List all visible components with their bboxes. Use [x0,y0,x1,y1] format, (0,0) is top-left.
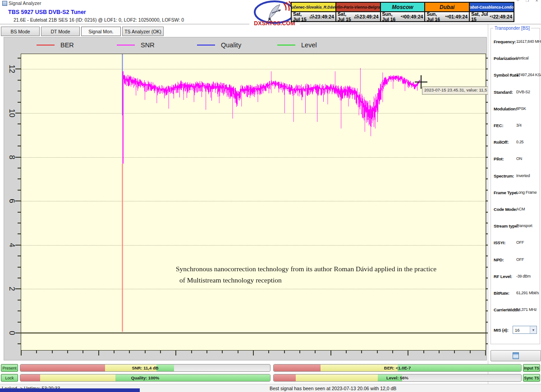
window-title: Signal Analyzer [9,0,41,6]
present-indicator[interactable]: Present [1,364,18,372]
axis-tick [18,278,21,278]
y-axis-label-4: 4 [6,239,18,251]
axis-tick [361,351,362,353]
field-value: 27497,264 KS/s [516,73,541,77]
y-axis-label-2: 2 [6,283,18,295]
axis-tick [67,351,68,353]
tab-bs-mode[interactable]: BS Mode [1,27,40,36]
field-label: RF Level: [494,274,512,279]
axis-tick [18,135,21,136]
snr-trace-canvas [21,54,486,350]
legend-item-ber: BER [37,41,117,49]
clock-utc-offset: +3 [400,15,404,18]
axis-tick [129,351,130,353]
axis-tick [114,351,115,353]
axis-tick [18,300,21,301]
axis-tick [268,351,269,353]
stream-list-icon [513,352,519,359]
clock-time: Sun, Jul 16+300:49:24 [381,12,425,21]
field-value: Vertical [516,56,528,60]
axis-tick [160,351,161,353]
chart-plot-area[interactable]: Synchronous nanocorrection technology fr… [21,54,486,351]
clock-city-label: Rabat-Casablanca-London [470,3,513,12]
field-value: 0.25 [516,140,523,144]
window-controls[interactable]: ─ ❐ ✕ [517,0,541,3]
mis-dropdown[interactable]: 16 ▼ [513,326,537,334]
clock-city-label: Dubai [425,3,469,12]
legend-label: SNR [141,41,155,49]
field-value: 34,371 MHz [516,307,537,312]
clock-utc-offset: +4 [445,15,449,18]
transponder-groupbox: Transponder [BS] Frequency:11617,840 MHz… [491,28,540,344]
legend-swatch [37,45,55,46]
y-axis-label-6: 6 [6,195,18,207]
field-value: ACM [516,207,525,211]
field-value: 11617,840 MHz [516,39,541,44]
clock-time: Sat, Jul 15+1DST23:49:24 [292,12,335,21]
tuner-subtitle: 21.6E - Eutelsat 21B SES 16 (ID: 0216) @… [14,17,184,23]
axis-tick [18,102,21,103]
clock-rabat-casablanca-london: Rabat-Casablanca-LondonSat, Jul 15+122:4… [470,3,513,21]
field-label: ISSYI: [494,240,505,245]
axis-tick [18,322,21,323]
clock-city-label: Lučenec-Slovakia_R.Dávid [292,3,335,12]
field-label: Stream type: [494,223,518,228]
field-label: Spectrum: [494,173,514,178]
legend-label: Quality [221,41,241,49]
axis-tick [238,351,238,353]
field-value: ON [516,156,522,161]
field-label: Code Mode: [494,207,517,212]
chart-panel: BERSNRQualityLevel 024681012 Synchronous… [4,37,487,360]
field-label: Modulation: [494,106,517,111]
field-value: OFF [516,240,524,245]
lock-indicator[interactable]: Lock [1,374,18,382]
axis-tick [98,351,99,356]
app-icon [2,1,7,6]
stream-list-button[interactable] [491,350,541,361]
chevron-down-icon: ▼ [530,326,536,333]
world-clocks: Lučenec-Slovakia_R.DávidSat, Jul 15+1DST… [291,2,514,22]
axis-tick [485,351,486,356]
clock-berlin-paris-vienna-belgrade: Berlin-Paris-Vienna-BelgradeSat, Jul 15+… [336,3,381,21]
tab-dt-mode[interactable]: DT Mode [41,27,80,36]
field-label: Polarization: [494,56,518,61]
clock-date: Sun, Jul 16 [426,11,445,22]
sidebar-divider [488,24,488,392]
axis-tick [52,351,53,353]
field-value: 61,291 Mbit/s [516,291,539,295]
best-signal-status: Best signal has been seen at 2023-07-13 … [270,386,396,391]
field-value: 3/4 [516,123,522,128]
clock-moscow: MoscowSun, Jul 16+300:49:24 [381,3,426,21]
level-progress-bar: Level: 56% [273,374,522,382]
taskbar-fragment[interactable] [0,388,140,392]
axis-tick [21,351,22,356]
snr-progress-bar: SNR: 11,4 dB [20,364,270,372]
y-axis-label-0: 0 [6,327,18,339]
axis-tick [423,351,424,353]
tuner-title: TBS 5927 USB DVB-S2 Tuner [8,9,86,15]
mis-selected-value: 16 [513,328,530,333]
field-label: Frame Type: [494,190,518,195]
sync-ts-indicator[interactable]: Sync TS [523,374,540,382]
y-axis-label-8: 8 [6,151,18,163]
ber-progress-bar: BER: <1.0E-7 [273,364,522,372]
annotation-line2: of Multistream technology reception [179,274,464,286]
clock-hms: 01:49:24 [449,14,468,19]
axis-tick [18,310,21,311]
axis-tick [175,351,176,356]
field-value: Transport [516,223,532,228]
legend-swatch [277,45,295,46]
axis-tick [330,351,331,356]
input-ts-indicator[interactable]: Input TS [523,364,540,372]
field-label: BitRate: [494,291,509,296]
tab-ts-analyzer-ok-[interactable]: TS Analyzer (OK) [122,27,164,36]
axis-tick [145,351,146,353]
clock-hms: 22:49:24 [493,14,512,19]
clock-date: Sun, Jul 16 [382,11,401,22]
axis-tick [18,58,21,59]
tab-signal-mon-[interactable]: Signal Mon. [81,27,121,36]
transponder-group-label: Transponder [BS] [493,26,531,31]
chart-annotation: Synchronous nanocorrection technology fr… [176,263,464,286]
field-value: -39 dBm [516,274,531,278]
axis-tick [222,351,223,353]
